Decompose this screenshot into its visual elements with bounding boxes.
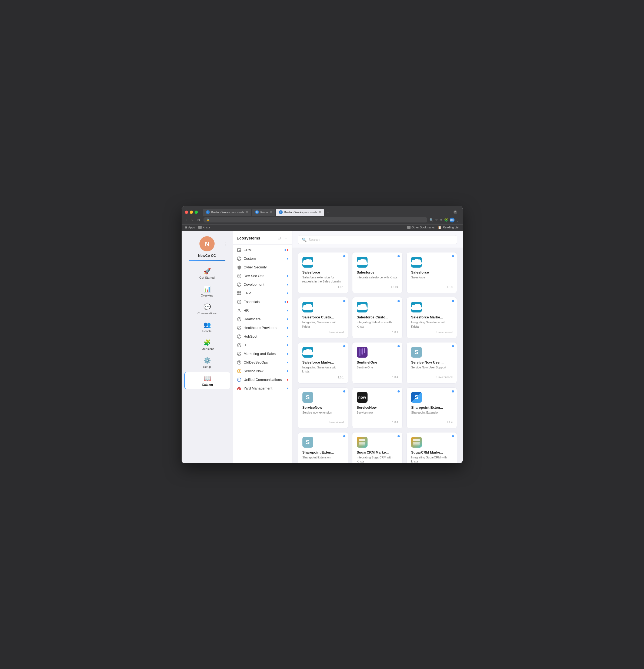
dot [287,379,288,381]
ecosystem-hubspot-label: HubSpot [244,334,285,338]
catalog-card-snu[interactable]: S Service Now User... Service Now User S… [406,342,457,384]
tab-close-1[interactable]: ✕ [246,211,248,214]
dot [287,249,288,251]
zoom-icon[interactable]: 🔍 [429,218,433,222]
sidebar-item-extensions[interactable]: 🧩 Extensions [184,337,230,353]
dot [287,353,288,355]
erp-icon [237,291,242,296]
catalog-card-sfc2[interactable]: Salesforce Custo... Integrating Salesfor… [352,297,403,338]
ecosystem-unified-comms[interactable]: Unified Communications [233,375,292,384]
search-bar[interactable]: 🔍 [298,235,457,244]
bookmark-krista[interactable]: Krista [198,226,210,229]
catalog-card-sfm1[interactable]: Salesforce Marke... Integrating Salesfor… [406,297,457,338]
ecosystem-healthcare[interactable]: Healthcare [233,315,292,324]
catalog-card-sf1[interactable]: Salesforce Salesforce extension for requ… [298,252,348,294]
ecosystem-old-dev-sec-ops[interactable]: OldDevSecOps [233,358,292,367]
catalog-card-sharepoint1[interactable]: S Sharepoint Exten... Sharepoint Extensi… [406,387,457,428]
ecosystem-essentials[interactable]: Essentials [233,298,292,306]
user-more-icon[interactable]: ⋮ [223,242,227,247]
browser-chrome: K Krista - Workspace studio ✕ K Krista ✕… [182,206,463,231]
bookmark-apps[interactable]: ⊞ Apps [185,226,195,229]
ecosystem-development[interactable]: Development [233,280,292,289]
ecosystem-hr[interactable]: HR [233,306,292,315]
svg-rect-2 [238,250,240,251]
ecosystem-cyber-more[interactable]: ⋮ [284,265,288,270]
custom-icon [237,256,242,261]
app-container: N ⋮ NewCo CC 🚀 Get Started 📊 Overview 💬 … [182,231,463,463]
menu-icon[interactable]: ⋮ [456,218,459,222]
tab-close-2[interactable]: ✕ [270,211,272,214]
sidebar-item-catalog[interactable]: 📖 Catalog [184,372,230,389]
catalog-card-sugarcrm2[interactable]: SugarCRM Marke... Integrating SugarCRM w… [406,432,457,463]
back-button[interactable]: ‹ [185,217,188,223]
svg-rect-13 [237,291,239,293]
minimize-button[interactable] [190,211,193,214]
tab-3[interactable]: K Krista - Workspace studio ✕ [276,209,324,216]
card-version: Un-versioned [411,376,453,379]
ecosystem-dev-sec-ops[interactable]: Dev Sec Ops [233,272,292,280]
catalog-card-sf2[interactable]: Salesforce Integrate salesforce with Kri… [352,252,403,294]
card-desc: Integrating SugarCRM with Krista [357,455,398,463]
ecosystem-it[interactable]: IT [233,341,292,350]
close-button[interactable] [185,211,188,214]
sidebar-item-get-started[interactable]: 🚀 Get Started [184,265,230,282]
puzzle-icon: 🧩 [203,339,211,346]
add-ecosystem-button[interactable]: ＋ [284,235,288,241]
sharepoint-logo-1: S [411,392,422,403]
card-desc: Integrating Salesforce with Krista [357,320,398,329]
ecosystem-hubspot[interactable]: HubSpot [233,332,292,341]
address-bar[interactable]: 🔒 [203,217,427,223]
catalog-card-sfc1[interactable]: Salesforce Custo... Integrating Salesfor… [298,297,348,338]
extensions-icon[interactable]: 🧩 [444,218,448,222]
tab-close-3[interactable]: ✕ [319,211,321,214]
ecosystem-crm[interactable]: CRM [233,246,292,254]
svg-point-40 [240,354,241,355]
ecosystem-service-now-label: Service Now [244,369,285,373]
sidebar-item-conversations[interactable]: 💬 Conversations [184,301,230,318]
catalog-card-sharepoint2[interactable]: S Sharepoint Exten... Sharepoint Extensi… [298,432,348,463]
fullscreen-button[interactable] [195,211,198,214]
tab-2[interactable]: K Krista ✕ [252,209,275,216]
svg-rect-49 [359,348,360,356]
ecosystem-essentials-label: Essentials [244,300,282,304]
ecosystem-healthcare-providers-dots [287,327,288,329]
ecosystem-olddevsecops-label: OldDevSecOps [244,360,285,365]
new-tab-button[interactable]: + [325,209,332,216]
bookmark-star-icon[interactable]: ☆ [435,218,438,222]
ecosystem-yard-mgmt[interactable]: Yard Management [233,384,292,393]
reading-list[interactable]: 📋 Reading List [438,226,459,229]
sidebar-item-people[interactable]: 👥 People [184,319,230,336]
ecosystem-service-now[interactable]: Service Now [233,367,292,375]
catalog-card-sfm2[interactable]: Salesforce Marke... Integrating Salesfor… [298,342,348,384]
profile-icon[interactable]: CK [450,217,455,223]
svg-point-5 [238,259,239,260]
card-title: ServiceNow [357,405,398,410]
ecosystem-custom-label: Custom [244,257,285,260]
filter-icon[interactable]: ⊟ [277,235,281,241]
catalog-card-sf3[interactable]: Salesforce Salesforce 1.0.3 [406,252,457,294]
card-title: Salesforce Marke... [411,315,453,319]
ecosystem-healthcare-providers[interactable]: Healthcare Providers [233,324,292,332]
development-icon [237,282,242,287]
catalog-card-snext[interactable]: S ServiceNow Service now extension Un-ve… [298,387,348,428]
forward-button[interactable]: › [190,217,194,223]
salesforce-logo-3 [411,257,422,268]
ecosystem-custom[interactable]: Custom [233,254,292,263]
share-icon[interactable]: ⬆ [440,218,442,222]
ecosystem-erp[interactable]: ERP [233,289,292,298]
sidebar-item-overview[interactable]: 📊 Overview [184,283,230,300]
sidebar-item-setup[interactable]: ⚙️ Setup [184,354,230,371]
reload-button[interactable]: ↻ [196,217,201,223]
card-title: SentinelOne [357,360,398,365]
search-icon: 🔍 [302,238,306,242]
catalog-card-sentinel[interactable]: SentinelOne SentinelOne 1.0.4 [352,342,403,384]
card-desc: Salesforce [411,275,453,284]
ecosystem-crm-label: CRM [244,248,282,252]
search-input[interactable] [309,238,453,242]
catalog-card-sndark[interactable]: now ServiceNow Service now 1.0.4 [352,387,403,428]
ecosystem-cyber-security[interactable]: Cyber Security ⋮ [233,263,292,272]
ecosystem-marketing-sales[interactable]: Marketing and Sales [233,350,292,358]
tab-1[interactable]: K Krista - Workspace studio ✕ [203,209,251,216]
catalog-card-sugarcrm1[interactable]: SugarCRM Marke... Integrating SugarCRM w… [352,432,403,463]
other-bookmarks[interactable]: Other Bookmarks [407,226,435,229]
